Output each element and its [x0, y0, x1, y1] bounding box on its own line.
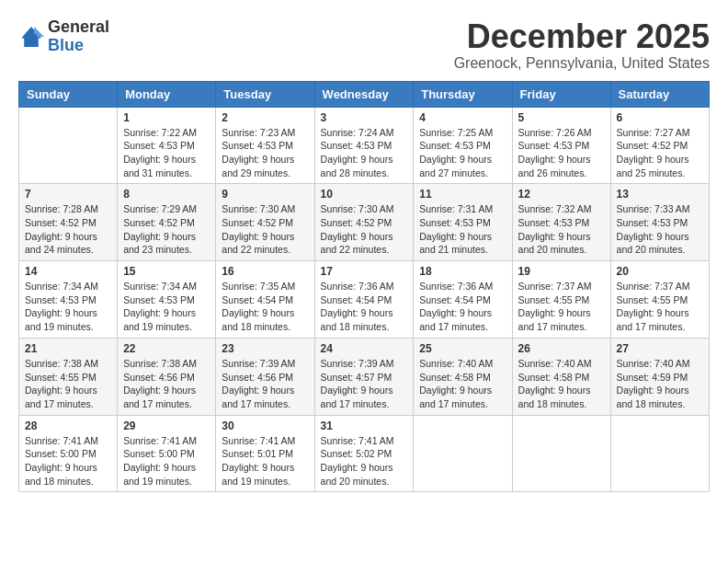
daylight-text: Daylight: 9 hours and 26 minutes.: [518, 154, 591, 178]
day-info: Sunrise: 7:33 AM Sunset: 4:53 PM Dayligh…: [617, 202, 703, 257]
sunrise-text: Sunrise: 7:39 AM: [321, 358, 394, 369]
calendar-cell: [512, 415, 610, 492]
day-info: Sunrise: 7:23 AM Sunset: 4:53 PM Dayligh…: [222, 126, 308, 180]
sunrise-text: Sunrise: 7:34 AM: [25, 281, 98, 292]
sunrise-text: Sunrise: 7:40 AM: [617, 358, 690, 369]
sunset-text: Sunset: 4:53 PM: [123, 140, 195, 151]
sunrise-text: Sunrise: 7:33 AM: [617, 203, 690, 214]
col-header-friday: Friday: [512, 81, 610, 107]
daylight-text: Daylight: 9 hours and 18 minutes.: [518, 385, 591, 409]
daylight-text: Daylight: 9 hours and 29 minutes.: [222, 154, 294, 178]
col-header-sunday: Sunday: [19, 81, 118, 107]
daylight-text: Daylight: 9 hours and 28 minutes.: [321, 154, 393, 178]
month-title: December 2025: [454, 18, 710, 55]
sunset-text: Sunset: 4:53 PM: [419, 217, 491, 228]
daylight-text: Daylight: 9 hours and 17 minutes.: [25, 385, 97, 409]
day-info: Sunrise: 7:29 AM Sunset: 4:52 PM Dayligh…: [123, 202, 210, 257]
calendar-cell: 22 Sunrise: 7:38 AM Sunset: 4:56 PM Dayl…: [118, 338, 216, 415]
sunset-text: Sunset: 4:52 PM: [25, 217, 97, 228]
daylight-text: Daylight: 9 hours and 22 minutes.: [222, 231, 294, 256]
calendar-week-row: 28 Sunrise: 7:41 AM Sunset: 5:00 PM Dayl…: [19, 415, 710, 492]
calendar-cell: 19 Sunrise: 7:37 AM Sunset: 4:55 PM Dayl…: [512, 261, 610, 339]
day-info: Sunrise: 7:40 AM Sunset: 4:58 PM Dayligh…: [518, 357, 605, 411]
sunset-text: Sunset: 4:53 PM: [123, 294, 195, 305]
calendar-cell: 4 Sunrise: 7:25 AM Sunset: 4:53 PM Dayli…: [414, 107, 512, 184]
sunrise-text: Sunrise: 7:24 AM: [321, 127, 394, 138]
day-number: 27: [617, 342, 703, 355]
day-info: Sunrise: 7:41 AM Sunset: 5:00 PM Dayligh…: [123, 434, 210, 488]
daylight-text: Daylight: 9 hours and 18 minutes.: [321, 307, 393, 332]
day-number: 19: [518, 265, 605, 278]
day-number: 20: [617, 265, 703, 278]
calendar-cell: 20 Sunrise: 7:37 AM Sunset: 4:55 PM Dayl…: [610, 261, 709, 339]
sunrise-text: Sunrise: 7:39 AM: [222, 358, 295, 369]
sunrise-text: Sunrise: 7:40 AM: [518, 358, 592, 369]
day-info: Sunrise: 7:31 AM Sunset: 4:53 PM Dayligh…: [419, 202, 506, 257]
calendar-week-row: 7 Sunrise: 7:28 AM Sunset: 4:52 PM Dayli…: [19, 184, 710, 261]
calendar-cell: 15 Sunrise: 7:34 AM Sunset: 4:53 PM Dayl…: [118, 261, 216, 339]
sunrise-text: Sunrise: 7:25 AM: [419, 127, 493, 138]
sunset-text: Sunset: 4:54 PM: [419, 294, 491, 305]
sunset-text: Sunset: 4:55 PM: [617, 294, 688, 305]
sunset-text: Sunset: 4:53 PM: [518, 217, 590, 228]
daylight-text: Daylight: 9 hours and 17 minutes.: [518, 307, 591, 332]
sunset-text: Sunset: 4:56 PM: [222, 372, 293, 383]
day-info: Sunrise: 7:25 AM Sunset: 4:53 PM Dayligh…: [419, 126, 506, 180]
day-info: Sunrise: 7:35 AM Sunset: 4:54 PM Dayligh…: [222, 280, 308, 334]
sunrise-text: Sunrise: 7:38 AM: [25, 358, 98, 369]
calendar-cell: 18 Sunrise: 7:36 AM Sunset: 4:54 PM Dayl…: [414, 261, 512, 339]
calendar-week-row: 1 Sunrise: 7:22 AM Sunset: 4:53 PM Dayli…: [19, 107, 710, 184]
calendar-cell: 16 Sunrise: 7:35 AM Sunset: 4:54 PM Dayl…: [216, 261, 314, 339]
day-number: 25: [419, 342, 506, 355]
daylight-text: Daylight: 9 hours and 22 minutes.: [321, 231, 393, 256]
day-info: Sunrise: 7:26 AM Sunset: 4:53 PM Dayligh…: [518, 126, 605, 180]
sunset-text: Sunset: 5:00 PM: [25, 448, 97, 459]
sunrise-text: Sunrise: 7:38 AM: [123, 358, 197, 369]
day-number: 16: [222, 265, 308, 278]
calendar-cell: 9 Sunrise: 7:30 AM Sunset: 4:52 PM Dayli…: [216, 184, 314, 261]
day-info: Sunrise: 7:41 AM Sunset: 5:01 PM Dayligh…: [222, 434, 308, 488]
sunrise-text: Sunrise: 7:27 AM: [617, 127, 690, 138]
day-info: Sunrise: 7:39 AM Sunset: 4:57 PM Dayligh…: [321, 357, 408, 411]
sunrise-text: Sunrise: 7:32 AM: [518, 203, 592, 214]
sunset-text: Sunset: 5:02 PM: [321, 448, 392, 459]
daylight-text: Daylight: 9 hours and 17 minutes.: [222, 385, 294, 409]
day-info: Sunrise: 7:32 AM Sunset: 4:53 PM Dayligh…: [518, 202, 605, 257]
sunset-text: Sunset: 4:53 PM: [25, 294, 97, 305]
location: Greenock, Pennsylvania, United States: [454, 55, 710, 72]
sunset-text: Sunset: 4:52 PM: [321, 217, 392, 228]
calendar-cell: 3 Sunrise: 7:24 AM Sunset: 4:53 PM Dayli…: [314, 107, 414, 184]
day-info: Sunrise: 7:27 AM Sunset: 4:52 PM Dayligh…: [617, 126, 703, 180]
calendar-cell: 23 Sunrise: 7:39 AM Sunset: 4:56 PM Dayl…: [216, 338, 314, 415]
sunset-text: Sunset: 5:01 PM: [222, 448, 293, 459]
day-info: Sunrise: 7:34 AM Sunset: 4:53 PM Dayligh…: [25, 280, 111, 334]
calendar-cell: 5 Sunrise: 7:26 AM Sunset: 4:53 PM Dayli…: [512, 107, 610, 184]
day-number: 12: [518, 188, 605, 201]
day-number: 3: [321, 111, 408, 124]
sunset-text: Sunset: 4:53 PM: [419, 140, 491, 151]
sunset-text: Sunset: 4:57 PM: [321, 372, 392, 383]
day-number: 30: [222, 419, 308, 432]
calendar-cell: 28 Sunrise: 7:41 AM Sunset: 5:00 PM Dayl…: [19, 415, 118, 492]
day-number: 9: [222, 188, 308, 201]
col-header-wednesday: Wednesday: [314, 81, 414, 107]
sunset-text: Sunset: 4:53 PM: [518, 140, 590, 151]
sunrise-text: Sunrise: 7:37 AM: [617, 281, 690, 292]
sunset-text: Sunset: 4:55 PM: [518, 294, 590, 305]
day-info: Sunrise: 7:34 AM Sunset: 4:53 PM Dayligh…: [123, 280, 210, 334]
daylight-text: Daylight: 9 hours and 25 minutes.: [617, 154, 689, 178]
day-info: Sunrise: 7:40 AM Sunset: 4:58 PM Dayligh…: [419, 357, 506, 411]
day-number: 2: [222, 111, 308, 124]
sunrise-text: Sunrise: 7:26 AM: [518, 127, 592, 138]
logo: General Blue: [18, 18, 109, 55]
sunrise-text: Sunrise: 7:36 AM: [419, 281, 493, 292]
sunset-text: Sunset: 4:56 PM: [123, 372, 195, 383]
day-info: Sunrise: 7:22 AM Sunset: 4:53 PM Dayligh…: [123, 126, 210, 180]
day-number: 17: [321, 265, 408, 278]
calendar-cell: [414, 415, 512, 492]
calendar-cell: 11 Sunrise: 7:31 AM Sunset: 4:53 PM Dayl…: [414, 184, 512, 261]
sunset-text: Sunset: 4:53 PM: [321, 140, 392, 151]
daylight-text: Daylight: 9 hours and 18 minutes.: [617, 385, 689, 409]
sunset-text: Sunset: 4:52 PM: [617, 140, 688, 151]
day-info: Sunrise: 7:37 AM Sunset: 4:55 PM Dayligh…: [518, 280, 605, 334]
